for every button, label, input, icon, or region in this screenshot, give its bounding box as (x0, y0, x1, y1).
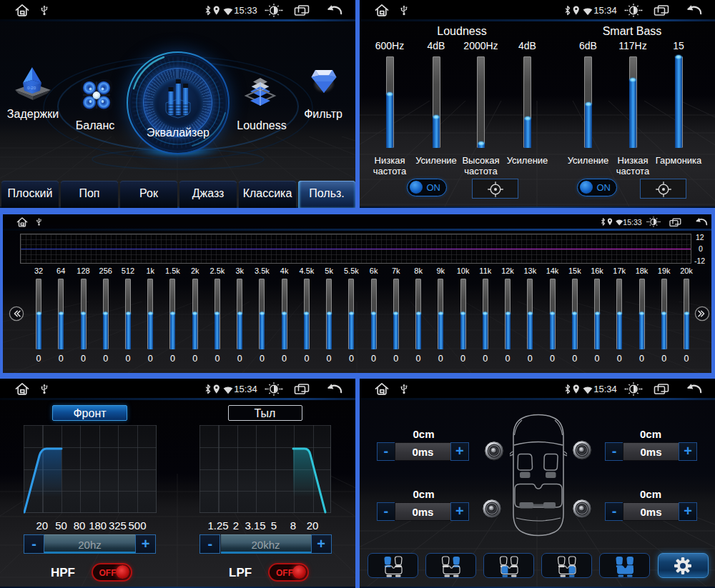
svg-text:15:34: 15:34 (234, 384, 257, 394)
svg-text:15:33: 15:33 (623, 218, 641, 226)
svg-text:15:34: 15:34 (593, 384, 617, 394)
svg-text:15:33: 15:33 (234, 5, 257, 16)
svg-text:15:34: 15:34 (593, 5, 617, 16)
svg-text:0-20: 0-20 (27, 86, 36, 90)
